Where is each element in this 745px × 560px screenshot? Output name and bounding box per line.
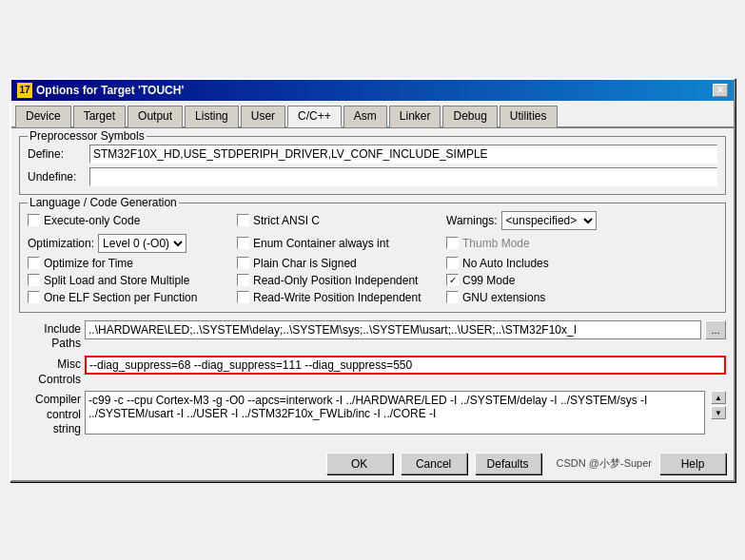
tab-asm[interactable]: Asm [343,106,387,127]
read-only-pos-label: Read-Only Position Independent [253,274,418,287]
read-write-pos-checkbox[interactable] [237,291,249,303]
define-label: Define: [28,147,89,161]
gnu-extensions-label: GNU extensions [462,291,545,304]
thumb-mode-label: Thumb Mode [462,237,530,250]
tab-debug[interactable]: Debug [442,106,497,127]
plain-char-label: Plain Char is Signed [253,257,357,270]
tab-cpp[interactable]: C/C++ [287,106,342,127]
warnings-select[interactable]: <unspecified> [501,211,597,230]
enum-container-checkbox[interactable] [237,237,249,249]
optimize-time-label: Optimize for Time [44,257,133,270]
include-paths-row: Include Paths ... [19,320,726,352]
read-only-pos-checkbox[interactable] [237,274,249,286]
undefine-row: Undefine: [28,167,717,186]
ok-button[interactable]: OK [326,453,393,474]
tab-target[interactable]: Target [73,106,126,127]
optimize-select[interactable]: Level 0 (-O0) [98,234,186,253]
compiler-control-label: Compiler control string [19,391,81,437]
tab-utilities[interactable]: Utilities [500,106,558,127]
execute-only-label: Execute-only Code [44,214,140,227]
defaults-button[interactable]: Defaults [475,453,541,474]
define-input[interactable] [89,145,717,164]
define-row: Define: [28,145,717,164]
preprocessor-group: Preprocessor Symbols Define: Undefine: [19,136,726,195]
compiler-control-textarea[interactable] [85,391,705,434]
dialog-title: Options for Target 'TOUCH' [36,84,184,97]
watermark: CSDN @小梦-Super [557,456,652,471]
title-bar-left: 17 Options for Target 'TOUCH' [17,83,184,98]
c99-mode-label: C99 Mode [462,274,515,287]
split-load-checkbox[interactable] [28,274,40,286]
close-button[interactable]: ✕ [713,84,728,97]
cancel-button[interactable]: Cancel [401,453,467,474]
enum-container-label: Enum Container always int [253,237,389,250]
language-label: Language / Code Generation [28,196,179,209]
title-bar: 17 Options for Target 'TOUCH' ✕ [11,80,734,101]
warnings-label: Warnings: [446,214,498,227]
include-paths-label: Include Paths [19,320,81,352]
undefine-label: Undefine: [28,170,89,183]
c99-mode-checkbox[interactable] [446,274,459,286]
preprocessor-label: Preprocessor Symbols [28,129,147,143]
execute-only-checkbox[interactable] [28,214,40,226]
include-paths-input[interactable] [85,320,701,339]
bottom-buttons: OK Cancel Defaults CSDN @小梦-Super Help [326,453,726,474]
content-area: Preprocessor Symbols Define: Undefine: L… [11,128,734,445]
include-browse-button[interactable]: ... [705,320,726,339]
compiler-scroll-down[interactable]: ▼ [711,406,726,419]
read-write-pos-label: Read-Write Position Independent [253,291,422,304]
misc-controls-row: Misc Controls [19,356,726,387]
one-elf-checkbox[interactable] [28,291,40,303]
tab-user[interactable]: User [241,106,285,127]
no-auto-includes-checkbox[interactable] [446,257,459,269]
tab-device[interactable]: Device [15,106,71,127]
compiler-scroll-up[interactable]: ▲ [711,391,726,404]
one-elf-label: One ELF Section per Function [44,291,197,304]
tab-output[interactable]: Output [127,106,183,127]
compiler-control-row: Compiler control string ▲ ▼ [19,391,726,437]
help-button[interactable]: Help [659,453,726,474]
strict-ansi-label: Strict ANSI C [253,214,320,227]
tab-bar: Device Target Output Listing User C/C++ … [11,101,734,128]
split-load-label: Split Load and Store Multiple [44,274,189,287]
dialog: 17 Options for Target 'TOUCH' ✕ Device T… [10,78,735,482]
misc-controls-label: Misc Controls [19,356,81,387]
no-auto-includes-label: No Auto Includes [462,257,549,270]
bottom-bar: OK Cancel Defaults CSDN @小梦-Super Help [11,445,734,480]
undefine-input[interactable] [89,167,717,186]
tab-listing[interactable]: Listing [185,106,239,127]
tab-linker[interactable]: Linker [389,106,441,127]
app-icon: 17 [17,83,32,98]
misc-controls-input[interactable] [85,356,726,375]
thumb-mode-checkbox[interactable] [446,237,459,249]
optimize-time-checkbox[interactable] [28,257,40,269]
language-group: Language / Code Generation Execute-only … [19,203,726,313]
plain-char-checkbox[interactable] [237,257,249,269]
strict-ansi-checkbox[interactable] [237,214,249,226]
optimize-label: Optimization: [28,237,94,250]
gnu-extensions-checkbox[interactable] [446,291,459,303]
